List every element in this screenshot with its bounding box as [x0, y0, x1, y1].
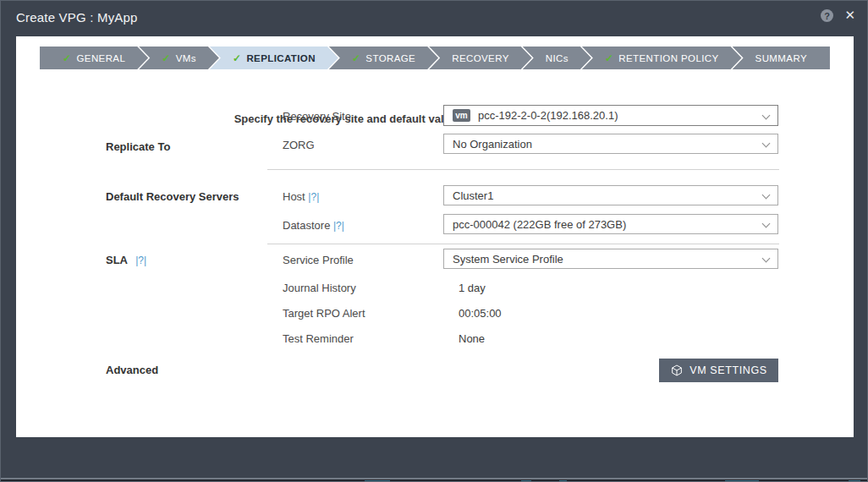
wizard-step-label: STORAGE [365, 53, 415, 63]
zorg-value: No Organization [453, 138, 532, 151]
create-vpg-dialog: Create VPG : MyApp ? ✕ ✓GENERAL✓VMs✓REPL… [0, 0, 868, 482]
host-value: Cluster1 [453, 189, 493, 202]
wizard-step-label: GENERAL [76, 53, 125, 63]
cube-icon [670, 364, 684, 377]
dialog-content: ✓GENERAL✓VMs✓REPLICATION✓STORAGERECOVERY… [16, 36, 854, 437]
recovery-site-label: Recovery Site [283, 110, 351, 123]
sla-help-link[interactable]: |?| [135, 255, 146, 266]
chevron-down-icon [762, 191, 771, 200]
chevron-down-icon [762, 112, 771, 120]
zorg-label: ZORG [283, 139, 315, 151]
wizard-step-label: RECOVERY [452, 53, 509, 63]
journal-history-value: 1 day [459, 282, 486, 294]
help-icon[interactable]: ? [821, 9, 833, 22]
datastore-label-text: Datastore [283, 219, 330, 232]
chevron-down-icon [762, 255, 771, 263]
wizard-step-retention-policy[interactable]: ✓RETENTION POLICY [582, 47, 742, 69]
target-rpo-label: Target RPO Alert [283, 307, 365, 320]
wizard-steps: ✓GENERAL✓VMs✓REPLICATION✓STORAGERECOVERY… [40, 47, 830, 69]
target-rpo-value: 00:05:00 [459, 307, 502, 320]
datastore-label: Datastore |?| [283, 219, 344, 232]
check-icon: ✓ [162, 52, 170, 64]
wizard-step-replication[interactable]: ✓REPLICATION [210, 47, 338, 69]
wizard-step-storage[interactable]: ✓STORAGE [329, 47, 438, 69]
wizard-step-general[interactable]: ✓GENERAL [40, 47, 148, 69]
host-label-text: Host [283, 190, 305, 203]
recovery-site-value: pcc-192-2-0-2(192.168.20.1) [478, 109, 618, 122]
check-icon: ✓ [63, 52, 71, 64]
service-profile-label: Service Profile [283, 254, 354, 266]
vm-site-icon: vm [453, 109, 470, 122]
wizard-step-label: RETENTION POLICY [618, 53, 718, 63]
section-divider [267, 244, 779, 244]
host-label: Host |?| [283, 190, 319, 203]
wizard-step-summary[interactable]: SUMMARY [733, 47, 830, 69]
wizard-step-recovery[interactable]: RECOVERY [429, 47, 532, 69]
section-divider [267, 169, 779, 170]
host-dropdown[interactable]: Cluster1 [443, 185, 778, 205]
datastore-value: pcc-000042 (222GB free of 273GB) [453, 218, 626, 231]
wizard-step-label: VMs [176, 53, 196, 63]
sla-label-text: SLA [106, 254, 128, 266]
vm-settings-button[interactable]: VM SETTINGS [659, 359, 778, 382]
section-replicate-to: Replicate To [106, 140, 170, 153]
chevron-down-icon [762, 140, 771, 148]
test-reminder-value: None [459, 332, 485, 345]
vm-settings-label: VM SETTINGS [689, 364, 766, 376]
datastore-dropdown[interactable]: pcc-000042 (222GB free of 273GB) [443, 214, 778, 234]
section-sla: SLA |?| [106, 254, 146, 266]
section-default-recovery-servers: Default Recovery Servers [106, 190, 239, 203]
wizard-step-label: REPLICATION [246, 53, 316, 63]
check-icon: ✓ [605, 52, 613, 64]
recovery-site-dropdown[interactable]: vm pcc-192-2-0-2(192.168.20.1) [443, 105, 778, 126]
check-icon: ✓ [352, 52, 360, 64]
dialog-title: Create VPG : MyApp [16, 10, 138, 25]
chevron-down-icon [762, 220, 771, 228]
zorg-dropdown[interactable]: No Organization [443, 134, 778, 154]
dialog-titlebar: Create VPG : MyApp ? ✕ [1, 1, 867, 36]
wizard-step-label: NICs [546, 53, 569, 63]
journal-history-label: Journal History [283, 282, 356, 294]
wizard-step-vms[interactable]: ✓VMs [139, 47, 219, 69]
check-icon: ✓ [233, 52, 241, 64]
datastore-help-link[interactable]: |?| [333, 220, 344, 232]
close-icon[interactable]: ✕ [844, 8, 855, 22]
test-reminder-label: Test Reminder [283, 332, 354, 345]
host-help-link[interactable]: |?| [308, 191, 319, 203]
wizard-step-label: SUMMARY [755, 53, 807, 63]
service-profile-value: System Service Profile [453, 253, 563, 266]
wizard-step-nics[interactable]: NICs [523, 47, 591, 69]
dialog-footer: CANCEL PREVIOUS NEXT DONE [1, 437, 867, 479]
section-advanced: Advanced [106, 364, 158, 376]
service-profile-dropdown[interactable]: System Service Profile [443, 249, 778, 269]
